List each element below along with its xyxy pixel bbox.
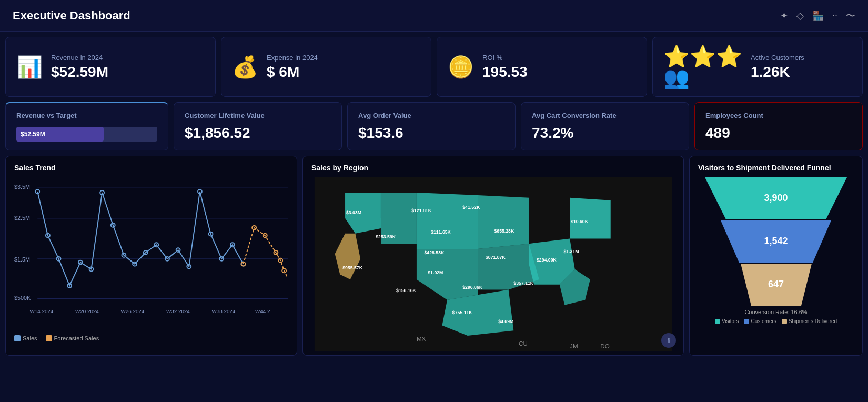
conversion-rate: Conversion Rate: 16.6% bbox=[698, 309, 854, 315]
svg-text:$41.52K: $41.52K bbox=[462, 205, 480, 210]
kpi-row: 📊 Revenue in 2024 $52.59M 💰 Expense in 2… bbox=[0, 32, 868, 102]
sales-map-card: Sales by Region bbox=[302, 156, 684, 356]
stat-employees: Employees Count 489 bbox=[694, 102, 863, 150]
dots-icon: ·· bbox=[832, 10, 837, 21]
stat-clv: Customer Lifetime Value $1,856.52 bbox=[174, 102, 342, 150]
expense-info: Expense in 2024 $ 6M bbox=[267, 54, 318, 81]
svg-text:DO: DO bbox=[600, 343, 609, 349]
revenue-icon: 📊 bbox=[16, 56, 43, 77]
visitors-legend-label: Visitors bbox=[722, 318, 739, 324]
stat-avg-order: Avg Order Value $153.6 bbox=[347, 102, 516, 150]
expense-label: Expense in 2024 bbox=[267, 54, 318, 62]
svg-text:$296.86K: $296.86K bbox=[462, 285, 483, 290]
svg-text:W38 2024: W38 2024 bbox=[212, 308, 236, 314]
funnel-legend-shipments: Shipments Delivered bbox=[782, 318, 837, 324]
employees-title: Employees Count bbox=[705, 112, 852, 119]
stat-cart-conversion: Avg Cart Conversion Rate 73.2% bbox=[521, 102, 689, 150]
svg-text:$357.11K: $357.11K bbox=[513, 280, 534, 286]
roi-value: 195.53 bbox=[482, 64, 528, 81]
svg-text:$1.02M: $1.02M bbox=[428, 270, 443, 275]
avg-order-title: Avg Order Value bbox=[358, 112, 504, 119]
svg-marker-44 bbox=[417, 193, 478, 249]
kpi-card-revenue: 📊 Revenue in 2024 $52.59M bbox=[5, 37, 216, 97]
funnel-container: 3,900 1,542 647 bbox=[698, 177, 854, 306]
svg-text:647: 647 bbox=[768, 279, 783, 289]
revenue-value: $52.59M bbox=[51, 64, 108, 81]
revenue-info: Revenue in 2024 $52.59M bbox=[51, 54, 108, 81]
sales-map-chart: MX CU JM DO $3.03M $121.81K $41.52K $253… bbox=[311, 177, 675, 351]
stat-revenue-vs-target: Revenue vs Target $52.59M bbox=[5, 102, 168, 150]
avg-order-value: $153.6 bbox=[358, 125, 504, 142]
svg-text:$156.16K: $156.16K bbox=[396, 288, 417, 293]
forecast-legend-dot bbox=[46, 335, 52, 341]
svg-text:$500K: $500K bbox=[14, 295, 31, 301]
customers-value: 1.26K bbox=[751, 64, 804, 81]
revenue-label: Revenue in 2024 bbox=[51, 54, 108, 62]
swirl-icon: 〜 bbox=[846, 9, 855, 22]
funnel-legend-visitors: Visitors bbox=[715, 318, 739, 324]
funnel-segment-visitors: 3,900 bbox=[705, 177, 847, 219]
customers-icon: ⭐⭐⭐👥 bbox=[663, 46, 742, 88]
svg-text:$755.11K: $755.11K bbox=[452, 310, 473, 315]
map-title: Sales by Region bbox=[311, 164, 675, 172]
stats-row: Revenue vs Target $52.59M Customer Lifet… bbox=[0, 102, 868, 156]
cart-conversion-value: 73.2% bbox=[532, 125, 678, 142]
forecast-legend-item: Forecasted Sales bbox=[46, 335, 99, 341]
forecast-legend-label: Forecasted Sales bbox=[54, 335, 99, 341]
map-info-button[interactable]: ℹ bbox=[661, 333, 676, 348]
svg-text:1,542: 1,542 bbox=[764, 236, 788, 246]
svg-text:$253.59K: $253.59K bbox=[376, 234, 396, 239]
diamond-icon: ◇ bbox=[796, 10, 804, 22]
sales-trend-title: Sales Trend bbox=[14, 164, 288, 172]
shipments-legend-label: Shipments Delivered bbox=[789, 318, 837, 324]
shipments-legend-dot bbox=[782, 319, 787, 324]
svg-text:3,900: 3,900 bbox=[764, 193, 788, 203]
funnel-legend-customers: Customers bbox=[744, 318, 776, 324]
svg-text:$3.03M: $3.03M bbox=[346, 210, 361, 215]
svg-text:MX: MX bbox=[417, 335, 426, 342]
roi-icon: 🪙 bbox=[448, 56, 474, 77]
svg-text:$1.31M: $1.31M bbox=[563, 249, 579, 254]
svg-text:JM: JM bbox=[570, 343, 578, 349]
svg-text:$111.65K: $111.65K bbox=[431, 229, 451, 235]
customers-funnel-legend-label: Customers bbox=[751, 318, 776, 324]
expense-icon: 💰 bbox=[232, 56, 258, 77]
svg-text:W20 2024: W20 2024 bbox=[75, 308, 99, 314]
progress-bar-label: $52.59M bbox=[21, 130, 45, 138]
svg-text:$955.57K: $955.57K bbox=[342, 265, 363, 270]
store-icon: 🏪 bbox=[812, 10, 824, 22]
charts-row: Sales Trend $3.5M $2.5M $1.5M $500K bbox=[0, 156, 868, 361]
kpi-card-customers: ⭐⭐⭐👥 Active Customers 1.26K bbox=[652, 37, 863, 97]
svg-text:$871.87K: $871.87K bbox=[486, 255, 506, 260]
clv-value: $1,856.52 bbox=[185, 125, 331, 142]
clv-title: Customer Lifetime Value bbox=[185, 112, 331, 119]
svg-text:$10.60K: $10.60K bbox=[571, 219, 589, 224]
cart-conversion-title: Avg Cart Conversion Rate bbox=[532, 112, 678, 119]
progress-bar-fill: $52.59M bbox=[16, 127, 104, 142]
customers-funnel-legend-dot bbox=[744, 319, 749, 324]
svg-text:W44 2..: W44 2.. bbox=[255, 308, 273, 314]
page-title: Executive Dashboard bbox=[13, 9, 130, 23]
svg-marker-45 bbox=[478, 195, 529, 249]
kpi-card-expense: 💰 Expense in 2024 $ 6M bbox=[221, 37, 431, 97]
sparkle-icon: ✦ bbox=[780, 10, 788, 22]
sales-trend-card: Sales Trend $3.5M $2.5M $1.5M $500K bbox=[5, 156, 297, 356]
header: Executive Dashboard ✦ ◇ 🏪 ·· 〜 bbox=[0, 0, 868, 32]
svg-text:$655.28K: $655.28K bbox=[494, 228, 514, 234]
customers-label: Active Customers bbox=[751, 54, 804, 62]
svg-text:CU: CU bbox=[519, 340, 528, 347]
customers-info: Active Customers 1.26K bbox=[751, 54, 804, 81]
svg-text:W32 2024: W32 2024 bbox=[166, 308, 190, 314]
svg-text:$121.81K: $121.81K bbox=[411, 208, 432, 213]
progress-bar-container: $52.59M bbox=[16, 127, 157, 142]
svg-marker-49 bbox=[570, 198, 611, 239]
funnel-card: Visitors to Shipment Delivered Funnel 3,… bbox=[689, 156, 863, 356]
employees-value: 489 bbox=[705, 125, 852, 142]
sales-legend-label: Sales bbox=[23, 335, 37, 341]
expense-value: $ 6M bbox=[267, 64, 318, 81]
funnel-segment-customers: 1,542 bbox=[721, 220, 831, 263]
funnel-segment-shipments: 647 bbox=[741, 264, 812, 306]
funnel-legend: Visitors Customers Shipments Delivered bbox=[698, 318, 854, 324]
visitors-legend-dot bbox=[715, 319, 720, 324]
svg-text:$3.5M: $3.5M bbox=[14, 184, 30, 190]
